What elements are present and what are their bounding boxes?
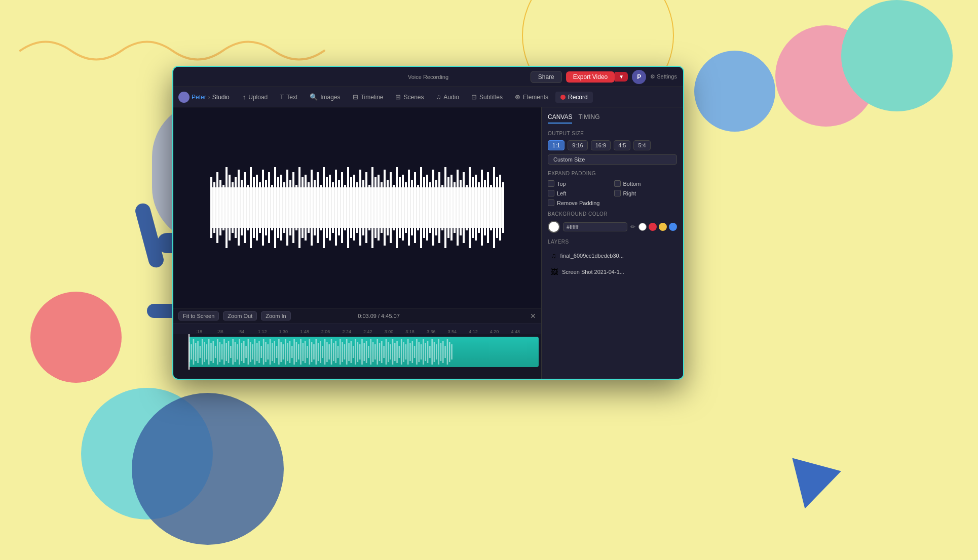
nav-record[interactable]: Record (555, 92, 593, 103)
size-1-1-button[interactable]: 1:1 (548, 140, 565, 150)
svg-rect-63 (399, 177, 401, 238)
svg-rect-146 (293, 339, 295, 365)
timeline-track[interactable] (173, 334, 541, 370)
svg-rect-74 (432, 170, 434, 246)
svg-rect-195 (401, 339, 402, 365)
breadcrumb-user[interactable]: Peter (192, 94, 206, 101)
nav-timeline[interactable]: ⊟ Timeline (348, 91, 389, 103)
share-button[interactable]: Share (531, 71, 562, 83)
nav-upload[interactable]: ↑ Upload (238, 91, 273, 103)
svg-rect-117 (230, 346, 232, 358)
expand-padding-section: EXPAND PADDING Top Bottom Left Right (548, 171, 677, 206)
svg-rect-25 (283, 182, 285, 233)
zoom-out-button[interactable]: Zoom Out (223, 311, 257, 321)
nav-elements[interactable]: ⊛ Elements (510, 91, 553, 103)
output-size-label: OUTPUT SIZE (548, 131, 677, 136)
nav-audio[interactable]: ♫ Audio (431, 91, 464, 103)
size-5-4-button[interactable]: 5:4 (633, 140, 650, 150)
svg-rect-26 (286, 170, 288, 246)
svg-rect-113 (221, 344, 223, 359)
svg-rect-204 (421, 344, 422, 359)
padding-bottom-checkbox[interactable] (614, 180, 621, 187)
svg-rect-143 (287, 343, 288, 361)
ruler-mark: 1:48 (294, 329, 315, 334)
remove-padding-checkbox[interactable] (548, 199, 554, 206)
padding-grid: Top Bottom Left Right (548, 180, 677, 196)
svg-rect-12 (244, 172, 246, 243)
svg-rect-78 (444, 167, 446, 248)
color-preset-white[interactable] (638, 223, 647, 231)
svg-rect-213 (440, 343, 442, 361)
svg-rect-124 (245, 346, 247, 358)
nav-scenes[interactable]: ⊞ Scenes (390, 91, 429, 103)
tab-timing[interactable]: TIMING (578, 113, 599, 124)
svg-rect-84 (463, 172, 465, 243)
color-presets (638, 223, 677, 231)
svg-rect-134 (267, 344, 269, 359)
nav-images[interactable]: 🔍 Images (305, 91, 345, 103)
ruler-mark: 2:24 (336, 329, 357, 334)
svg-rect-159 (322, 346, 323, 358)
fit-to-screen-button[interactable]: Fit to Screen (178, 311, 219, 321)
color-preset-red[interactable] (649, 223, 657, 231)
output-size-options: 1:1 9:16 16:9 4:5 5:4 (548, 140, 677, 150)
svg-rect-174 (355, 339, 356, 365)
edit-color-icon[interactable]: ✏ (630, 223, 635, 230)
export-dropdown-button[interactable]: ▼ (615, 72, 628, 82)
svg-rect-67 (411, 180, 413, 235)
nav-text[interactable]: T Text (275, 91, 303, 103)
svg-rect-156 (315, 339, 317, 365)
svg-rect-148 (298, 344, 299, 359)
svg-rect-165 (335, 341, 336, 363)
avatar-button[interactable]: P (632, 70, 646, 84)
svg-rect-75 (435, 180, 437, 235)
svg-rect-136 (272, 343, 273, 361)
svg-rect-70 (420, 167, 422, 248)
layer-item-screenshot[interactable]: 🖼 Screen Shot 2021-04-1... (548, 265, 677, 279)
close-timeline-button[interactable]: ✕ (530, 312, 536, 320)
svg-rect-37 (320, 185, 322, 230)
breadcrumb: Peter › Studio (178, 92, 230, 103)
layers-section: LAYERS ♫ final_6009cc1dbedcb30... 🖼 Scre… (548, 239, 677, 279)
timeline-waveform (189, 337, 539, 367)
layer-item-audio[interactable]: ♫ final_6009cc1dbedcb30... (548, 249, 677, 263)
tab-canvas[interactable]: CANVAS (548, 113, 572, 124)
color-preset-yellow[interactable] (659, 223, 667, 231)
svg-rect-161 (326, 342, 328, 362)
size-16-9-button[interactable]: 16:9 (591, 140, 611, 150)
settings-button[interactable]: ⚙ Settings (650, 73, 677, 80)
svg-rect-167 (340, 339, 341, 365)
nav-images-label: Images (320, 94, 340, 101)
svg-rect-45 (344, 185, 346, 230)
nav-elements-label: Elements (523, 94, 548, 101)
size-9-16-button[interactable]: 9:16 (568, 140, 587, 150)
custom-size-button[interactable]: Custom Size (548, 154, 677, 165)
svg-rect-120 (237, 344, 238, 359)
svg-rect-129 (256, 343, 258, 361)
padding-right-checkbox[interactable] (614, 190, 621, 196)
svg-rect-35 (314, 180, 316, 235)
svg-rect-47 (350, 177, 352, 238)
timeline-ruler: :18 :36 :54 1:12 1:30 1:48 2:06 2:24 2:4… (173, 324, 541, 334)
export-video-button[interactable]: Export Video (566, 71, 615, 83)
nav-subtitles[interactable]: ⊡ Subtitles (466, 91, 508, 103)
padding-top-checkbox[interactable] (548, 180, 554, 187)
decoration-circle-top-right-teal (841, 0, 953, 111)
svg-rect-153 (309, 339, 311, 365)
color-preset-blue[interactable] (669, 223, 677, 231)
svg-rect-170 (346, 339, 348, 365)
svg-rect-157 (318, 343, 319, 361)
zoom-in-button[interactable]: Zoom In (261, 311, 290, 321)
svg-rect-209 (431, 339, 433, 365)
svg-rect-81 (454, 182, 456, 233)
svg-rect-200 (412, 341, 413, 363)
bg-color-hex[interactable]: #ffffff (563, 222, 627, 231)
bg-color-swatch[interactable] (548, 221, 560, 233)
breadcrumb-studio[interactable]: Studio (212, 94, 230, 101)
svg-rect-88 (475, 175, 477, 241)
svg-rect-137 (274, 341, 275, 363)
size-4-5-button[interactable]: 4:5 (614, 140, 630, 150)
padding-left-checkbox[interactable] (548, 190, 554, 196)
nav-text-label: Text (286, 94, 297, 101)
record-dot-icon (560, 95, 566, 100)
